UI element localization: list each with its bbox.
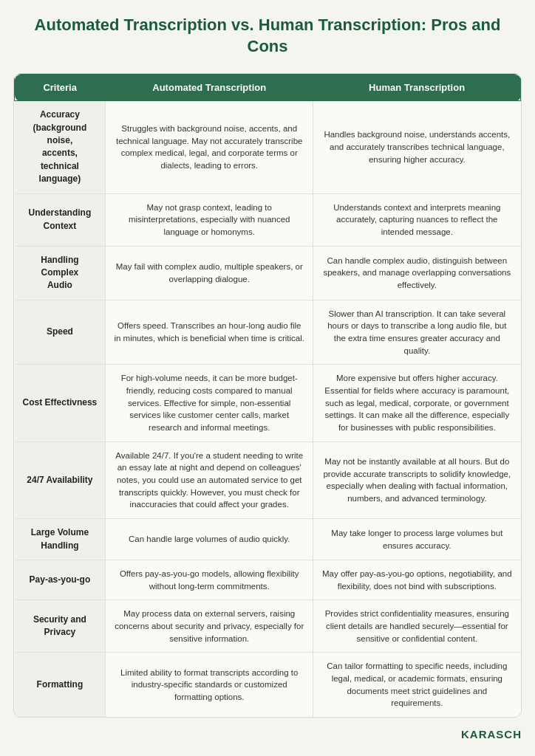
cell-automated: Offers pay-as-you-go models, allowing fl…: [106, 560, 313, 599]
cell-criteria: Handling Complex Audio: [15, 246, 106, 300]
cell-human: More expensive but offers higher accurac…: [313, 365, 521, 441]
table-row: Cost EffectivnessFor high-volume needs, …: [15, 365, 521, 441]
cell-criteria: Cost Effectivness: [15, 365, 106, 441]
cell-human: May not be instantly available at all ho…: [313, 441, 521, 518]
cell-criteria: Formatting: [15, 653, 106, 717]
cell-criteria: Security and Privacy: [15, 600, 106, 653]
table-header-row: Criteria Automated Transcription Human T…: [15, 75, 521, 101]
cell-automated: May not grasp context, leading to misint…: [106, 193, 313, 246]
cell-criteria: Speed: [15, 300, 106, 365]
cell-automated: Struggles with background noise, accents…: [106, 101, 313, 193]
cell-criteria: Pay-as-you-go: [15, 560, 106, 599]
cell-human: Provides strict confidentiality measures…: [313, 600, 521, 653]
table-row: FormattingLimited ability to format tran…: [15, 653, 521, 717]
table-row: Pay-as-you-goOffers pay-as-you-go models…: [15, 560, 521, 599]
comparison-table: Criteria Automated Transcription Human T…: [14, 74, 521, 717]
cell-automated: Offers speed. Transcribes an hour-long a…: [106, 300, 313, 365]
cell-automated: May fail with complex audio, multiple sp…: [106, 246, 313, 300]
comparison-table-wrapper: Criteria Automated Transcription Human T…: [13, 73, 522, 718]
cell-human: Handles background noise, understands ac…: [313, 101, 521, 193]
cell-human: May take longer to process large volumes…: [313, 519, 521, 560]
table-row: SpeedOffers speed. Transcribes an hour-l…: [15, 300, 521, 365]
cell-criteria: 24/7 Availability: [15, 441, 106, 518]
cell-criteria: Understanding Context: [15, 193, 106, 246]
table-row: Understanding ContextMay not grasp conte…: [15, 193, 521, 246]
cell-criteria: Accuracy (background noise, accents, tec…: [15, 101, 106, 193]
cell-criteria: Large Volume Handling: [15, 519, 106, 560]
header-criteria: Criteria: [15, 75, 106, 101]
page-title: Automated Transcription vs. Human Transc…: [13, 15, 522, 57]
cell-automated: Available 24/7. If you're a student need…: [106, 441, 313, 518]
cell-human: Slower than AI transcription. It can tak…: [313, 300, 521, 365]
cell-automated: May process data on external servers, ra…: [106, 600, 313, 653]
cell-human: Understands context and interprets meani…: [313, 193, 521, 246]
table-row: Accuracy (background noise, accents, tec…: [15, 101, 521, 193]
header-human: Human Transcription: [313, 75, 521, 101]
cell-automated: For high-volume needs, it can be more bu…: [106, 365, 313, 441]
cell-human: Can handle complex audio, distinguish be…: [313, 246, 521, 300]
table-row: Handling Complex AudioMay fail with comp…: [15, 246, 521, 300]
cell-automated: Limited ability to format transcripts ac…: [106, 653, 313, 717]
table-row: Large Volume HandlingCan handle large vo…: [15, 519, 521, 560]
table-row: 24/7 AvailabilityAvailable 24/7. If you'…: [15, 441, 521, 518]
cell-human: Can tailor formatting to specific needs,…: [313, 653, 521, 717]
brand-logo: KARASCH: [13, 728, 522, 740]
cell-human: May offer pay-as-you-go options, negotia…: [313, 560, 521, 599]
table-row: Security and PrivacyMay process data on …: [15, 600, 521, 653]
header-automated: Automated Transcription: [106, 75, 313, 101]
cell-automated: Can handle large volumes of audio quickl…: [106, 519, 313, 560]
